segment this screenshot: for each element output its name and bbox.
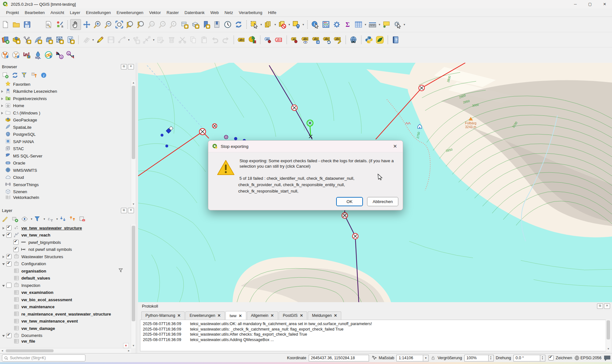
layer-item-vw-tww-wastewater-structure[interactable]: vw_tww_wastewater_structure <box>0 224 131 232</box>
show-properties-button[interactable]: i <box>40 71 48 79</box>
magnifier-spinner[interactable]: ▲▼ <box>489 355 494 361</box>
run-feature-action-dropdown[interactable]: ▼ <box>403 19 406 30</box>
new-geopackage-layer-button[interactable] <box>11 35 21 45</box>
scale-dropdown[interactable]: ▼ <box>423 355 429 361</box>
menu-erweiterungen[interactable]: Erweiterungen <box>114 9 146 16</box>
select-by-location-button[interactable] <box>291 19 301 30</box>
layer-item-inspection[interactable]: Inspection <box>0 282 131 289</box>
layer-checkbox[interactable] <box>6 233 11 238</box>
new-gpx-layer-button[interactable] <box>65 35 76 45</box>
log-tab-python-warnung[interactable]: Python-Warnung✕ <box>141 311 185 320</box>
run-feature-action-button[interactable] <box>392 19 402 30</box>
browser-item-vektorkacheln[interactable]: Vektorkacheln <box>0 195 131 199</box>
layer-checkbox[interactable] <box>6 225 11 230</box>
select-features-button[interactable] <box>249 19 259 30</box>
close-button[interactable]: ✕ <box>597 0 612 8</box>
style-manager-button[interactable]: a <box>55 19 65 30</box>
tww-network-trace-button[interactable] <box>11 50 21 60</box>
magnifier-input[interactable]: 100% <box>464 355 489 361</box>
collapse-all-button[interactable] <box>68 215 77 223</box>
log-tab-tww[interactable]: tww✕ <box>225 311 246 320</box>
browser-item-szenen[interactable]: Szenen <box>0 188 131 196</box>
layer-checkbox[interactable] <box>13 240 18 245</box>
attribute-table-dropdown[interactable]: ▼ <box>364 19 367 30</box>
tww-interlis-button[interactable] <box>44 50 54 60</box>
log-close-button[interactable]: ✕ <box>604 303 610 309</box>
layer-item-not-pwwf-small-symbols[interactable]: not pwwf small symbols <box>0 246 131 253</box>
measure-button[interactable] <box>367 19 378 30</box>
rotate-label-button[interactable]: abc <box>322 35 332 45</box>
browser-item-spatialite[interactable]: SpatiaLite <box>0 124 131 131</box>
filter-browser-button[interactable] <box>20 71 29 79</box>
tww-import-wizard-button[interactable] <box>22 50 32 60</box>
filter-legend-expression-button[interactable]: ε <box>46 215 54 223</box>
filter-legend-button[interactable] <box>33 215 41 223</box>
dialog-close-icon[interactable]: ✕ <box>391 143 399 149</box>
save-project-button[interactable] <box>22 19 32 30</box>
show-spatial-bookmarks-button[interactable] <box>212 19 222 30</box>
minimize-button[interactable]: ─ <box>568 0 583 8</box>
statistical-summary-button[interactable]: Σ <box>343 19 353 30</box>
browser-item-wms-wmts[interactable]: WMS/WMTS <box>0 167 131 174</box>
open-project-button[interactable] <box>11 19 21 30</box>
new-mesh-layer-button[interactable] <box>55 35 65 45</box>
current-edits-dropdown[interactable]: ▼ <box>92 35 95 45</box>
tab-close-icon[interactable]: ✕ <box>218 313 221 318</box>
layer-hscrollbar[interactable]: ◄ ► <box>0 348 131 353</box>
dialog-title-bar[interactable]: Stop exporting ✕ <box>208 141 403 152</box>
attribute-table-button[interactable] <box>353 19 364 30</box>
layer-labeling-options-button[interactable]: abc <box>236 35 247 45</box>
digitize-with-segment-dropdown[interactable]: ▼ <box>127 35 130 45</box>
layer-scrollbar[interactable]: ▼ <box>131 224 136 348</box>
browser-item-r-umliche-lesezeichen[interactable]: Räumliche Lesezeichen <box>0 88 131 95</box>
browser-item-c-windows-[interactable]: C:\ (Windows ) <box>0 109 131 117</box>
add-selected-layers-button[interactable] <box>1 71 10 79</box>
layer-item-documents[interactable]: Documents <box>0 332 131 339</box>
menu-projekt[interactable]: Projekt <box>3 9 22 16</box>
browser-item-sap-hana[interactable]: SAP HANA <box>0 138 131 145</box>
layer-item-wastewater-structures[interactable]: Wastewater Structures <box>0 253 131 260</box>
menu-netz[interactable]: Netz <box>222 9 236 16</box>
tww-export-button[interactable]: 0 <box>55 50 65 60</box>
log-tab-postgis[interactable]: PostGIS✕ <box>279 311 307 320</box>
ok-button[interactable]: OK <box>336 197 363 206</box>
collapse-all-browser-button[interactable] <box>30 71 38 79</box>
new-3d-map-view-button[interactable] <box>190 19 200 30</box>
layer-item-vw-tww-reach[interactable]: vw_tww_reach <box>0 232 131 239</box>
layer-checkbox[interactable] <box>6 333 11 338</box>
browser-item-sensorthings[interactable]: SensorThings <box>0 181 131 188</box>
layer-checkbox[interactable] <box>6 261 11 266</box>
cancel-button[interactable]: Abbrechen <box>367 197 398 206</box>
temporal-controller-button[interactable] <box>223 19 233 30</box>
browser-item-projektverzeichnis[interactable]: Projektverzeichnis <box>0 95 131 102</box>
menu-einstellungen[interactable]: Einstellungen <box>83 9 114 16</box>
new-shapefile-layer-button[interactable] <box>22 35 32 45</box>
zoom-to-selection-button[interactable] <box>136 19 146 30</box>
menu-ansicht[interactable]: Ansicht <box>48 9 67 16</box>
python-console-button[interactable] <box>364 35 374 45</box>
toggle-editing-button[interactable] <box>95 35 105 45</box>
layer-item-vw-tww-maintenance-event[interactable]: vw_tww_maintenance_event <box>0 318 131 325</box>
menu-raster[interactable]: Raster <box>164 9 181 16</box>
manage-map-themes-dropdown[interactable]: ▼ <box>30 214 33 224</box>
show-hide-labels-button[interactable]: abc <box>300 35 310 45</box>
layer-item-vw-bio-ecol-assessment[interactable]: vw_bio_ecol_assessment <box>0 296 131 303</box>
filter-legend-expression-dropdown[interactable]: ▼ <box>55 214 59 224</box>
log-tab-erweiterungen[interactable]: Erweiterungen✕ <box>185 311 225 320</box>
maximize-button[interactable]: ▢ <box>583 0 597 8</box>
refresh-map-button[interactable] <box>233 19 244 30</box>
select-features-by-value-dropdown[interactable]: ▼ <box>274 19 277 30</box>
tab-close-icon[interactable]: ✕ <box>271 313 274 318</box>
tww-sql-button[interactable]: SQL <box>33 50 43 60</box>
rotation-spinner[interactable]: ▲▼ <box>540 355 545 361</box>
layer-item-pwwf-bigsymbols[interactable]: pwwf_bigsymbols <box>0 239 131 246</box>
tab-close-icon[interactable]: ✕ <box>334 313 337 318</box>
menu-verarbeitung[interactable]: Verarbeitung <box>236 9 265 16</box>
log-tab-meldungen[interactable]: Meldungen✕ <box>308 311 341 320</box>
locator-search-input[interactable]: Suchmuster (Strg+K) <box>2 354 85 361</box>
zoom-in-button[interactable] <box>92 19 103 30</box>
crs-globe-icon[interactable] <box>574 355 579 360</box>
layer-item-vw-maintenance[interactable]: vw_maintenance <box>0 303 131 311</box>
layer-item-vw-examination[interactable]: vw_examination <box>0 289 131 296</box>
new-map-view-button[interactable] <box>179 19 189 30</box>
